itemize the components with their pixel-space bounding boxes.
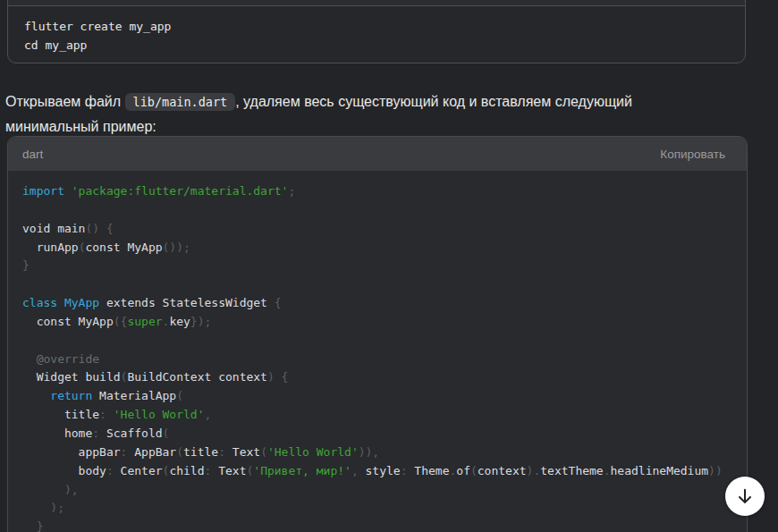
code-content: import 'package:flutter/material.dart'; … bbox=[8, 171, 747, 532]
code-line: import 'package:flutter/material.dart'; bbox=[22, 182, 747, 201]
copy-code-button[interactable]: Копировать bbox=[660, 148, 725, 161]
terminal-code-block: flutter create my_app cd my_app bbox=[7, 0, 746, 63]
code-line: body: Center(child: Text('Привет, мир!',… bbox=[22, 462, 747, 481]
terminal-code-block-header bbox=[8, 0, 745, 6]
code-line: } bbox=[22, 518, 747, 532]
code-line: ), bbox=[22, 481, 747, 500]
code-line: home: Scaffold( bbox=[22, 425, 747, 443]
inline-code-filename: lib/main.dart bbox=[125, 93, 236, 111]
terminal-code: flutter create my_app cd my_app bbox=[8, 6, 745, 55]
arrow-down-icon bbox=[735, 486, 755, 506]
code-line: class MyApp extends StatelessWidget { bbox=[22, 294, 747, 313]
message-paragraph: Открываем файл lib/main.dart, удаляем ве… bbox=[5, 89, 681, 139]
code-line: void main() { bbox=[22, 220, 747, 239]
code-line: } bbox=[22, 257, 747, 275]
chat-page: { "colors": { "page_bg": "#232428", "cod… bbox=[0, 0, 778, 532]
code-line: title: 'Hello World', bbox=[22, 406, 747, 425]
code-line: runApp(const MyApp()); bbox=[22, 239, 747, 258]
code-block-header: dart Копировать bbox=[8, 137, 747, 171]
code-line bbox=[22, 201, 747, 220]
code-language-label: dart bbox=[22, 148, 43, 161]
code-line: return MaterialApp( bbox=[22, 387, 747, 406]
dart-code-block: dart Копировать import 'package:flutter/… bbox=[7, 136, 748, 532]
code-line bbox=[22, 275, 747, 294]
paragraph-text-before: Открываем файл bbox=[5, 94, 125, 109]
code-line: Widget build(BuildContext context) { bbox=[22, 368, 747, 387]
code-line: const MyApp({super.key}); bbox=[22, 313, 747, 332]
code-line bbox=[22, 332, 747, 350]
code-line: appBar: AppBar(title: Text('Hello World'… bbox=[22, 443, 747, 462]
code-line: ); bbox=[22, 499, 747, 518]
scroll-to-bottom-button[interactable] bbox=[725, 477, 765, 516]
code-line: @override bbox=[22, 350, 747, 369]
